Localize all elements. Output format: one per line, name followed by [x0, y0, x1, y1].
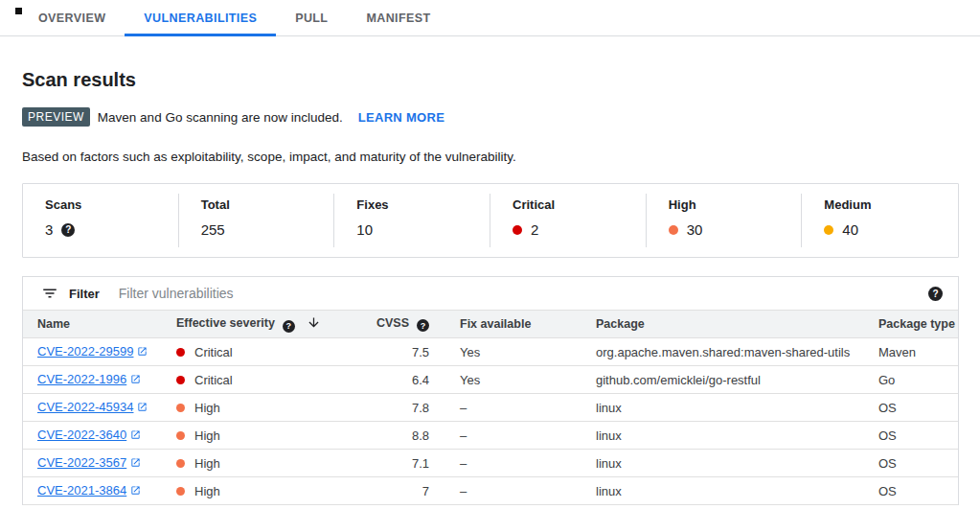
fix-available: – [441, 450, 581, 477]
stat-value: 255 [201, 221, 225, 238]
external-link-icon[interactable] [130, 428, 141, 443]
package-type: Go [864, 366, 958, 394]
filter-input[interactable] [119, 286, 919, 301]
column-header-package[interactable]: Package [581, 311, 864, 338]
cve-link[interactable]: CVE-2022-3567 [37, 455, 126, 470]
severity-label: High [194, 456, 220, 471]
severity-dot [176, 487, 185, 496]
package-type: Maven [864, 338, 958, 366]
package-name: linux [581, 477, 864, 505]
scan-description: Based on factors such as exploitability,… [22, 150, 959, 164]
table-row: CVE-2021-3864 High 7 – linux OS [23, 477, 958, 505]
cve-link[interactable]: CVE-2022-1996 [37, 372, 126, 386]
cve-link[interactable]: CVE-2022-29599 [37, 344, 133, 359]
tab-vulnerabilities[interactable]: VULNERABILITIES [125, 0, 276, 35]
stat-label: Fixes [356, 197, 490, 212]
tab-manifest[interactable]: MANIFEST [347, 0, 449, 35]
cvss-score: 7.1 [374, 450, 441, 477]
column-header-name[interactable]: Name [23, 311, 172, 338]
table-row: CVE-2022-45934 High 7.8 – linux OS [23, 394, 958, 422]
stat-high: High 30 [647, 184, 803, 257]
cve-link[interactable]: CVE-2022-45934 [37, 400, 133, 414]
critical-severity-dot [513, 225, 522, 235]
cvss-score: 7.5 [374, 338, 441, 366]
severity-label: High [194, 428, 220, 443]
stat-scans: Scans 3 ? [23, 184, 179, 257]
external-link-icon[interactable] [130, 484, 141, 498]
filter-label[interactable]: Filter [69, 287, 100, 301]
severity-dot [176, 431, 185, 440]
package-type: OS [864, 394, 958, 422]
package-type: OS [864, 422, 958, 450]
stat-value: 40 [842, 221, 858, 238]
vulnerabilities-table: Name Effective severity? CVSS? Fix avail… [23, 310, 958, 505]
help-icon[interactable]: ? [61, 223, 75, 237]
tab-overview[interactable]: OVERVIEW [19, 0, 125, 35]
cve-link[interactable]: CVE-2022-3640 [37, 428, 126, 442]
filter-bar: Filter ? [23, 277, 958, 310]
preview-badge: PREVIEW [22, 107, 90, 127]
package-type: OS [864, 477, 958, 505]
cvss-score: 6.4 [374, 366, 441, 394]
cvss-score: 7 [374, 477, 441, 505]
stat-critical: Critical 2 [490, 184, 647, 257]
fix-available: – [441, 477, 581, 505]
filter-icon [41, 285, 58, 302]
stat-label: Critical [513, 197, 647, 212]
fix-available: – [441, 422, 581, 450]
help-icon[interactable]: ? [283, 320, 295, 333]
column-header-cvss[interactable]: CVSS? [374, 311, 441, 338]
package-name: github.com/emicklei/go-restful [581, 366, 864, 394]
package-name: linux [581, 450, 864, 477]
external-link-icon[interactable] [130, 373, 141, 387]
stat-value: 2 [531, 221, 538, 238]
severity-dot [176, 348, 185, 357]
stat-fixes: Fixes 10 [334, 184, 490, 257]
vulnerabilities-panel: Filter ? Name Effective severity? CVSS? … [22, 276, 959, 505]
high-severity-dot [669, 225, 678, 235]
severity-label: Critical [194, 373, 233, 387]
package-type: OS [864, 450, 958, 477]
table-header-row: Name Effective severity? CVSS? Fix avail… [23, 311, 958, 338]
table-row: CVE-2022-3567 High 7.1 – linux OS [23, 450, 958, 477]
tab-pull[interactable]: PULL [276, 0, 347, 35]
page-title: Scan results [22, 69, 959, 91]
stat-label: Medium [824, 197, 958, 212]
package-name: linux [581, 422, 864, 450]
column-header-severity[interactable]: Effective severity? [172, 311, 374, 338]
cve-link[interactable]: CVE-2021-3864 [37, 483, 126, 497]
package-name: linux [581, 394, 864, 422]
external-link-icon[interactable] [137, 345, 148, 359]
scan-summary-card: Scans 3 ? Total 255 Fixes 10 Critical 2 … [22, 183, 959, 258]
preview-banner: PREVIEW Maven and Go scanning are now in… [22, 107, 959, 127]
sort-desc-icon[interactable] [307, 319, 321, 333]
severity-dot [176, 404, 185, 412]
severity-label: High [194, 401, 220, 415]
external-link-icon[interactable] [137, 401, 148, 415]
severity-label: Critical [194, 345, 233, 359]
column-header-fix-available[interactable]: Fix available [441, 311, 581, 338]
severity-dot [176, 459, 185, 468]
help-icon[interactable]: ? [928, 287, 943, 301]
stat-medium: Medium 40 [802, 184, 958, 257]
stat-label: High [669, 197, 803, 212]
table-row: CVE-2022-29599 Critical 7.5 Yes org.apac… [23, 338, 958, 366]
learn-more-link[interactable]: LEARN MORE [358, 110, 444, 125]
cvss-score: 8.8 [374, 422, 441, 450]
stat-label: Total [201, 197, 335, 212]
stat-label: Scans [45, 197, 179, 212]
stat-value: 10 [356, 221, 373, 238]
stat-total: Total 255 [179, 184, 335, 257]
cvss-score: 7.8 [374, 394, 441, 422]
column-header-package-type[interactable]: Package type [864, 311, 958, 338]
table-row: CVE-2022-3640 High 8.8 – linux OS [23, 422, 958, 450]
severity-dot [176, 376, 185, 384]
external-link-icon[interactable] [130, 456, 141, 471]
stat-value: 30 [687, 221, 703, 238]
tab-bar: OVERVIEW VULNERABILITIES PULL MANIFEST [0, 0, 980, 36]
table-row: CVE-2022-1996 Critical 6.4 Yes github.co… [23, 366, 958, 394]
stat-value: 3 [45, 221, 53, 238]
fix-available: – [441, 394, 581, 422]
help-icon[interactable]: ? [417, 319, 429, 332]
fix-available: Yes [441, 366, 581, 394]
